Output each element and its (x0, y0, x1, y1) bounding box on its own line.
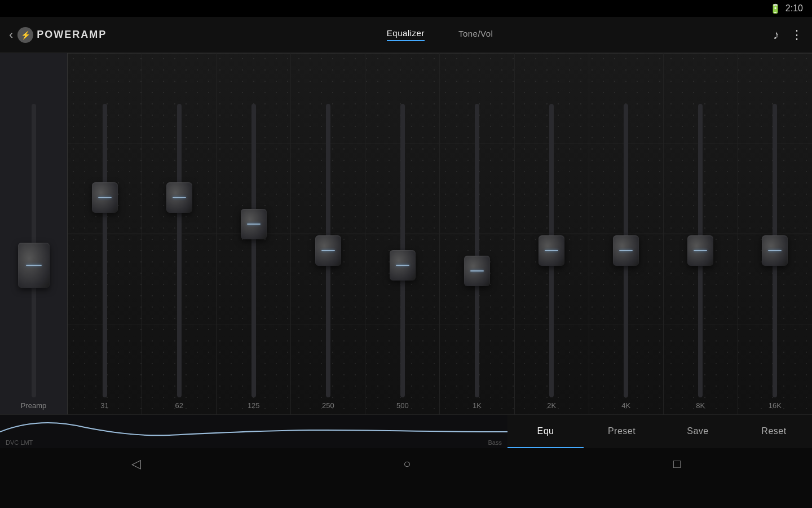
nav-home-icon[interactable]: ○ (403, 457, 411, 471)
preamp-knob[interactable] (18, 243, 50, 288)
tab-tone-vol[interactable]: Tone/Vol (458, 29, 493, 41)
track-250 (326, 104, 330, 397)
track-125 (251, 104, 256, 397)
label-2k: 2K (547, 401, 556, 410)
app-logo: ⚡ Poweramp (17, 27, 107, 43)
eq-channel-8k: 8K (664, 53, 738, 414)
track-1k (475, 104, 479, 397)
eq-channel-250: 250 (291, 53, 365, 414)
eq-channel-125: 125 (217, 53, 291, 414)
eq-channel-500: 500 (365, 53, 440, 414)
eq-channel-16k: 16K (738, 53, 812, 414)
logo-icon: ⚡ (17, 27, 33, 43)
knob-2k[interactable] (539, 235, 564, 266)
label-31: 31 (100, 401, 108, 410)
eq-channel-31: 31 (68, 53, 142, 414)
eq-channel-1k: 1K (440, 53, 514, 414)
knob-4k[interactable] (613, 235, 639, 266)
logo-text: Poweramp (37, 29, 107, 41)
bass-label: Bass (488, 439, 502, 446)
track-16k (773, 104, 777, 397)
knob-62[interactable] (166, 182, 192, 213)
time-display: 2:10 (785, 3, 803, 14)
track-4k (624, 104, 628, 397)
eq-channel-4k: 4K (589, 53, 664, 414)
preamp-label: Preamp (21, 401, 47, 410)
bottom-section: DVC LMT Bass Equ Preset Save Reset (0, 414, 812, 448)
more-options-icon[interactable]: ⋮ (791, 28, 803, 42)
eq-channel-2k: 2K (515, 53, 589, 414)
nav-back-icon[interactable]: ◁ (131, 457, 141, 471)
eq-area: Preamp 31 62 125 250 (0, 53, 812, 414)
track-62 (177, 104, 182, 397)
tab-save-button[interactable]: Save (660, 415, 736, 448)
dvc-lmt-label: DVC LMT (6, 439, 33, 446)
label-16k: 16K (769, 401, 782, 410)
label-8k: 8K (696, 401, 705, 410)
knob-250[interactable] (315, 235, 341, 266)
preamp-track (32, 104, 36, 397)
label-62: 62 (175, 401, 183, 410)
battery-icon: 🔋 (770, 3, 781, 14)
track-8k (698, 104, 703, 397)
knob-500[interactable] (390, 250, 416, 281)
nav-bar: ◁ ○ □ (0, 448, 812, 480)
preamp-channel: Preamp (0, 53, 68, 414)
label-500: 500 (396, 401, 409, 410)
tab-equalizer[interactable]: Equalizer (387, 28, 425, 41)
tab-equ-button[interactable]: Equ (508, 415, 584, 448)
back-button[interactable]: ‹ (9, 28, 13, 42)
tab-preset-button[interactable]: Preset (584, 415, 660, 448)
knob-125[interactable] (241, 209, 267, 239)
eq-curve (0, 415, 508, 449)
knob-16k[interactable] (762, 235, 788, 266)
bottom-tab-buttons: Equ Preset Save Reset (508, 414, 812, 448)
tab-reset-button[interactable]: Reset (736, 415, 812, 448)
label-4k: 4K (621, 401, 630, 410)
eq-channel-62: 62 (142, 53, 217, 414)
knob-8k[interactable] (687, 235, 713, 266)
top-bar: ‹ ⚡ Poweramp Equalizer Tone/Vol ♪ ⋮ (0, 17, 812, 53)
album-art-icon[interactable]: ♪ (773, 28, 779, 42)
eq-channels: 31 62 125 250 500 (68, 53, 812, 414)
label-125: 125 (248, 401, 260, 410)
track-31 (103, 104, 107, 397)
label-250: 250 (322, 401, 334, 410)
nav-recent-icon[interactable]: □ (673, 457, 681, 471)
top-bar-center: Equalizer Tone/Vol (107, 28, 773, 41)
curve-container: DVC LMT Bass (0, 414, 508, 448)
status-bar: 🔋 2:10 (0, 0, 812, 17)
track-2k (549, 104, 554, 397)
knob-1k[interactable] (464, 256, 490, 286)
top-bar-right: ♪ ⋮ (773, 28, 803, 42)
track-500 (400, 104, 405, 397)
knob-31[interactable] (92, 182, 118, 213)
label-1k: 1K (473, 401, 482, 410)
